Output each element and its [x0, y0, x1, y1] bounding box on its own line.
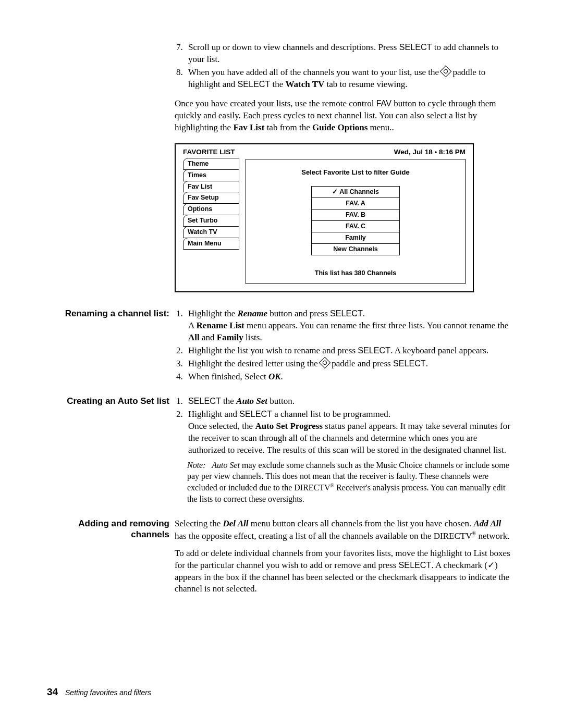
- figure-tab: Fav Setup: [183, 192, 239, 204]
- rename-steps: Highlight the Rename button and press SE…: [175, 308, 511, 383]
- autoset-note: Note: Auto Set may exclude some channels…: [187, 460, 511, 504]
- figure-option: New Channels: [311, 243, 400, 255]
- figure-datetime: Wed, Jul 18 • 8:16 PM: [394, 147, 466, 157]
- figure-tab: Watch TV: [183, 226, 239, 238]
- section-label-autoset: Creating an Auto Set list: [47, 396, 175, 408]
- step-list-top: Scroll up or down to view channels and d…: [175, 42, 511, 91]
- page-footer: 34 Setting favorites and filters: [47, 685, 151, 699]
- figure-option: FAV. C: [311, 220, 400, 232]
- figure-option: FAV. B: [311, 209, 400, 220]
- figure-option: FAV. A: [311, 198, 400, 209]
- figure-tab: Set Turbo: [183, 215, 239, 227]
- step-item: Scroll up or down to view channels and d…: [185, 42, 511, 66]
- figure-tab: Fav List: [183, 181, 239, 193]
- footer-title: Setting favorites and filters: [65, 688, 151, 697]
- rename-step: Highlight the list you wish to rename an…: [185, 345, 511, 357]
- figure-option-list: ✓ All ChannelsFAV. AFAV. BFAV. CFamilyNe…: [311, 186, 400, 255]
- figure-tab: Main Menu: [183, 238, 239, 250]
- autoset-steps: SELECT the Auto Set button.Highlight and…: [175, 396, 511, 456]
- page-number: 34: [47, 686, 58, 697]
- paddle-icon: [319, 357, 331, 369]
- rename-step: Highlight the Rename button and press SE…: [185, 308, 511, 344]
- paddle-icon: [440, 66, 452, 78]
- figure-summary: This list has 380 Channels: [253, 269, 458, 278]
- figure-tab: Times: [183, 169, 239, 181]
- rename-step: Highlight the desired letter using the p…: [185, 358, 511, 370]
- addremove-para1: Selecting the Del All menu button clears…: [175, 518, 511, 542]
- rename-step: When finished, Select OK.: [185, 371, 511, 383]
- figure-title: FAVORITE LIST: [183, 147, 235, 157]
- figure-panel-title: Select Favorite List to filter Guide: [253, 168, 458, 177]
- autoset-step: SELECT the Auto Set button.: [185, 396, 511, 408]
- autoset-step: Highlight and SELECT a channel list to b…: [185, 409, 511, 456]
- step-item: When you have added all of the channels …: [185, 67, 511, 91]
- favorite-list-figure: FAVORITE LIST Wed, Jul 18 • 8:16 PM Them…: [175, 143, 511, 293]
- addremove-para2: To add or delete individual channels fro…: [175, 548, 511, 596]
- figure-side-tabs: ThemeTimesFav ListFav SetupOptionsSet Tu…: [183, 158, 239, 285]
- figure-option: Family: [311, 232, 400, 243]
- figure-tab: Theme: [183, 158, 239, 170]
- figure-tab: Options: [183, 203, 239, 215]
- intro-paragraph: Once you have created your lists, use th…: [175, 98, 511, 134]
- section-label-addremove: Adding and removing channels: [47, 518, 175, 540]
- figure-option: ✓ All Channels: [311, 186, 400, 198]
- section-label-rename: Renaming a channel list:: [47, 308, 175, 320]
